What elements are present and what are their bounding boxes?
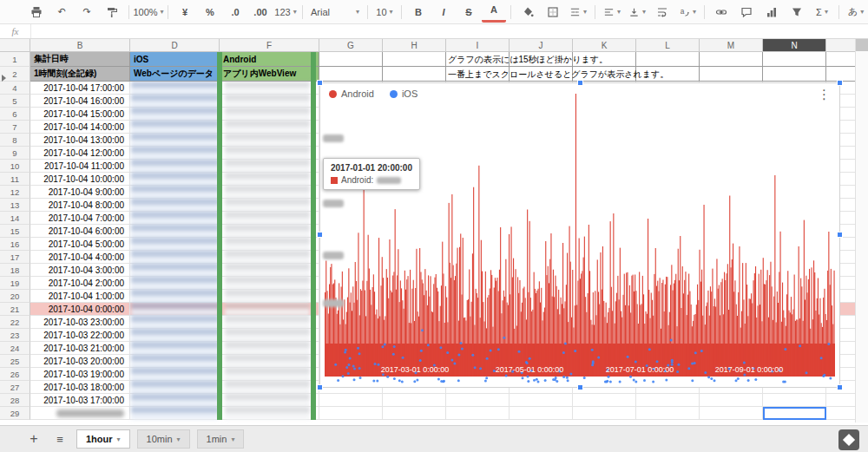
text-wrap-button[interactable] [650, 3, 674, 22]
insert-comment-button[interactable] [734, 3, 759, 22]
undo-button[interactable]: ↶ [49, 3, 74, 22]
cell-B2[interactable]: 1時間刻(全記録) [30, 67, 130, 82]
row-header-17[interactable]: 17 [0, 251, 30, 264]
text-rotation-button[interactable]: a [675, 3, 700, 22]
cell-J28[interactable] [510, 394, 573, 407]
row-header-10[interactable]: 10 [0, 160, 30, 173]
column-header-I[interactable]: I [446, 39, 510, 52]
horizontal-align-button[interactable] [600, 3, 624, 22]
cell-B26[interactable]: 2017-10-03 19:00:00 [30, 368, 130, 381]
cell-B28[interactable]: 2017-10-03 17:00:00 [30, 394, 130, 407]
add-sheet-button[interactable]: + [24, 431, 43, 447]
chart-resize-handle[interactable] [837, 232, 843, 238]
cell-L29[interactable] [636, 407, 700, 420]
cell-F2[interactable]: アプリ内WebView [220, 67, 319, 82]
cell-B18[interactable]: 2017-10-04 3:00:00 [30, 264, 130, 277]
column-header-N[interactable]: N [763, 39, 826, 52]
cell-B8[interactable]: 2017-10-04 13:00:00 [30, 134, 130, 147]
row-header-19[interactable]: 19 [0, 277, 30, 290]
column-header-H[interactable]: H [383, 39, 446, 52]
cell-L1[interactable] [636, 52, 700, 67]
cell-M28[interactable] [700, 394, 763, 407]
explore-button[interactable] [838, 429, 859, 450]
row-header-11[interactable]: 11 [0, 173, 30, 186]
cell-N1[interactable] [763, 52, 826, 67]
cell-K29[interactable] [573, 407, 636, 420]
cell-N28[interactable] [763, 394, 826, 407]
cell-B1[interactable]: 集計日時 [30, 52, 130, 67]
functions-button[interactable]: Σ [810, 3, 834, 22]
row-header-9[interactable]: 9 [0, 147, 30, 160]
vertical-align-button[interactable] [625, 3, 649, 22]
cell-B17[interactable]: 2017-10-04 4:00:00 [30, 251, 130, 264]
cell-H29[interactable] [383, 407, 446, 420]
scrollbar-thumb[interactable] [856, 39, 868, 51]
column-header-G[interactable]: G [319, 39, 383, 52]
column-header-L[interactable]: L [636, 39, 700, 52]
cell-I29[interactable] [446, 407, 510, 420]
row-header-12[interactable]: 12 [0, 186, 30, 199]
percent-format-button[interactable]: % [198, 3, 222, 22]
cell-G29[interactable] [319, 407, 383, 420]
cell-B9[interactable]: 2017-10-04 12:00:00 [30, 147, 130, 160]
cell-M29[interactable] [700, 407, 763, 420]
cell-B13[interactable]: 2017-10-04 8:00:00 [30, 199, 130, 212]
cell-B27[interactable]: 2017-10-03 18:00:00 [30, 381, 130, 394]
cell-F1[interactable]: Android [220, 52, 319, 67]
row-header-18[interactable]: 18 [0, 264, 30, 277]
row-header-23[interactable]: 23 [0, 329, 30, 342]
row-header-13[interactable]: 13 [0, 199, 30, 212]
row-header-29[interactable]: 29 [0, 407, 30, 420]
cell-B24[interactable]: 2017-10-03 21:00:00 [30, 342, 130, 355]
number-format-select[interactable]: 123 [273, 3, 298, 22]
row-header-21[interactable]: 21 [0, 303, 30, 316]
cell-H1[interactable] [383, 52, 446, 67]
row-header-24[interactable]: 24 [0, 342, 30, 355]
row-header-15[interactable]: 15 [0, 225, 30, 238]
cell-B10[interactable]: 2017-10-04 11:00:00 [30, 160, 130, 173]
cell-B25[interactable]: 2017-10-03 20:00:00 [30, 355, 130, 368]
fill-color-button[interactable] [516, 3, 540, 22]
text-color-button[interactable]: A [482, 1, 506, 23]
row-header-4[interactable]: 4 [0, 82, 30, 95]
cell-G2[interactable] [319, 67, 383, 82]
chart-resize-handle[interactable] [317, 384, 323, 390]
chart-resize-handle[interactable] [317, 80, 323, 86]
zoom-select[interactable]: 100% [134, 3, 163, 22]
cell-D2[interactable]: Webページのデータ [130, 67, 220, 82]
cell-G28[interactable] [319, 394, 383, 407]
decrease-decimal-button[interactable]: .0 [223, 3, 247, 22]
borders-button[interactable] [541, 3, 565, 22]
filter-button[interactable] [785, 3, 809, 22]
cell-D1[interactable]: iOS [130, 52, 220, 67]
row-header-7[interactable]: 7 [0, 121, 30, 134]
sheet-tab-1min[interactable]: 1min [197, 429, 245, 449]
cell-B16[interactable]: 2017-10-04 5:00:00 [30, 238, 130, 251]
cell-B6[interactable]: 2017-10-04 15:00:00 [30, 108, 130, 121]
cell-B14[interactable]: 2017-10-04 7:00:00 [30, 212, 130, 225]
cell-B19[interactable]: 2017-10-04 2:00:00 [30, 277, 130, 290]
column-header-F[interactable]: F [220, 39, 319, 52]
paint-format-button[interactable] [100, 3, 124, 22]
chart-resize-handle[interactable] [837, 384, 843, 390]
cell-G1[interactable] [319, 52, 383, 67]
cell-B12[interactable]: 2017-10-04 9:00:00 [30, 186, 130, 199]
sheet-tab-1hour[interactable]: 1hour [76, 429, 130, 449]
currency-format-button[interactable]: ¥ [173, 3, 197, 22]
cell-L28[interactable] [636, 394, 700, 407]
cell-B21[interactable]: 2017-10-04 0:00:00 [30, 303, 130, 316]
select-all-corner[interactable] [0, 39, 30, 52]
cell-N2[interactable] [763, 67, 826, 82]
chart-resize-handle[interactable] [317, 232, 323, 238]
row-header-14[interactable]: 14 [0, 212, 30, 225]
hidden-row-indicator-icon[interactable] [2, 75, 6, 82]
chart-resize-handle[interactable] [577, 80, 583, 86]
column-header-M[interactable]: M [700, 39, 763, 52]
font-select[interactable]: Arial [307, 3, 363, 22]
formula-input[interactable] [31, 24, 868, 38]
row-header-28[interactable]: 28 [0, 394, 30, 407]
row-header-22[interactable]: 22 [0, 316, 30, 329]
row-header-25[interactable]: 25 [0, 355, 30, 368]
legend-item-ios[interactable]: iOS [390, 88, 418, 99]
cell-M2[interactable] [700, 67, 763, 82]
